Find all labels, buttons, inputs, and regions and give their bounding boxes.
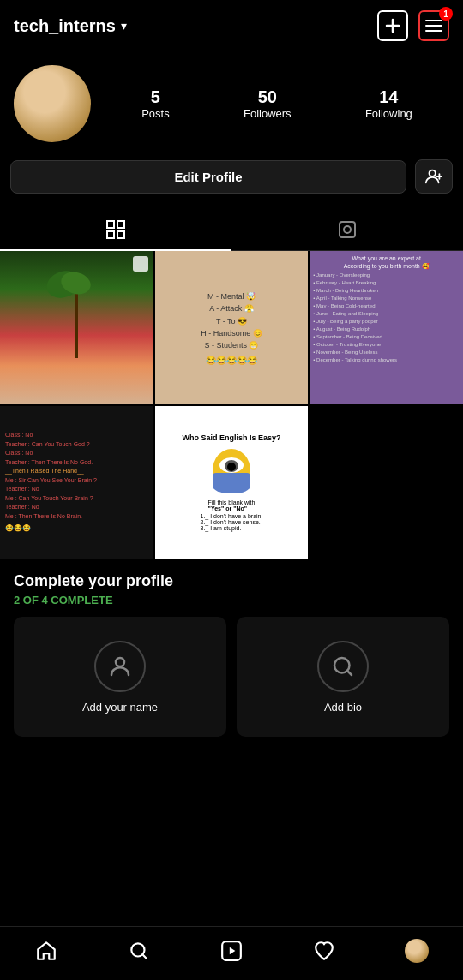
nav-reels[interactable] — [210, 935, 253, 966]
post-4-text: Class : No — [5, 431, 148, 440]
add-person-icon — [424, 167, 443, 186]
edit-row: Edit Profile — [0, 149, 463, 204]
nav-likes[interactable] — [303, 935, 346, 966]
followers-count: 50 — [258, 87, 277, 107]
stats-row: 5 Posts 50 Followers 14 Following — [105, 87, 449, 120]
plus-icon — [385, 18, 400, 33]
bottom-nav — [0, 926, 463, 980]
nav-search[interactable] — [117, 935, 160, 966]
posts-label: Posts — [141, 107, 170, 120]
post-3[interactable]: What you are an expert atAccording to yo… — [310, 251, 463, 404]
reels-icon — [220, 940, 243, 962]
avatar-image — [14, 65, 91, 142]
tabs-row — [0, 209, 463, 251]
nav-profile[interactable] — [395, 935, 438, 966]
posts-stat[interactable]: 5 Posts — [141, 87, 170, 120]
following-stat[interactable]: 14 Following — [365, 87, 412, 120]
followers-label: Followers — [244, 107, 292, 120]
post-2[interactable]: M - Mental 🤯A - Attack 😤T - To 😎H - Hand… — [155, 251, 309, 404]
username: tech_interns — [14, 16, 116, 36]
create-button[interactable] — [377, 10, 408, 41]
post-5[interactable]: Who Said English Is Easy? Fill this blan… — [155, 406, 309, 559]
svg-rect-3 — [107, 231, 114, 238]
tab-tagged[interactable] — [232, 209, 463, 250]
posts-count: 5 — [151, 87, 160, 107]
menu-button[interactable]: 1 — [418, 10, 449, 41]
following-count: 14 — [379, 87, 398, 107]
search-icon — [330, 654, 356, 679]
heart-icon — [313, 940, 335, 962]
grid-icon — [105, 219, 126, 240]
post-5-title: Who Said English Is Easy? — [182, 433, 280, 442]
post-3-list: • January - Oversleeping • February - He… — [313, 272, 460, 364]
post-1[interactable] — [0, 251, 153, 404]
post-2-text: M - Mental 🤯A - Attack 😤T - To 😎H - Hand… — [201, 290, 262, 352]
chevron-down-icon[interactable]: ▾ — [121, 19, 127, 33]
svg-point-7 — [116, 658, 124, 666]
post-2-emojis: 😂😂😂😂😂 — [206, 356, 257, 365]
add-bio-label: Add bio — [324, 701, 362, 714]
post-overlay — [133, 256, 148, 272]
person-icon — [107, 654, 133, 679]
add-bio-icon-circle — [317, 641, 369, 692]
tab-grid[interactable] — [0, 209, 232, 250]
search-nav-icon — [128, 940, 150, 962]
complete-profile-subtitle: 2 OF 4 COMPLETE — [14, 594, 449, 607]
complete-cards: Add your name Add bio — [14, 617, 449, 737]
header: tech_interns ▾ 1 — [0, 0, 463, 51]
following-label: Following — [365, 107, 412, 120]
avatar[interactable] — [14, 65, 91, 142]
svg-point-6 — [344, 226, 351, 233]
svg-rect-2 — [117, 221, 124, 228]
profile-section: 5 Posts 50 Followers 14 Following — [0, 51, 463, 149]
post-4[interactable]: Class : No Teacher : Can You Touch God ?… — [0, 406, 153, 559]
posts-grid: M - Mental 🤯A - Attack 😤T - To 😎H - Hand… — [0, 251, 463, 559]
nav-avatar — [405, 939, 429, 963]
tagged-icon — [337, 219, 358, 240]
menu-badge: 1 — [439, 7, 453, 21]
svg-marker-11 — [230, 947, 236, 955]
nav-home[interactable] — [25, 935, 68, 966]
complete-profile-title: Complete your profile — [14, 572, 449, 590]
add-name-card[interactable]: Add your name — [14, 617, 226, 737]
svg-rect-4 — [117, 231, 124, 238]
post-5-text: Fill this blank with"Yes" or "No" — [208, 499, 256, 511]
complete-profile-section: Complete your profile 2 OF 4 COMPLETE Ad… — [0, 559, 463, 750]
add-name-label: Add your name — [82, 701, 158, 714]
post-3-title: What you are an expert atAccording to yo… — [313, 254, 460, 270]
svg-rect-1 — [107, 221, 114, 228]
post-5-options: 1._ I don't have a brain.2._ I don't hav… — [201, 513, 263, 531]
svg-point-0 — [430, 170, 436, 176]
followers-stat[interactable]: 50 Followers — [244, 87, 292, 120]
add-bio-card[interactable]: Add bio — [237, 617, 449, 737]
home-icon — [35, 940, 57, 962]
header-right: 1 — [377, 10, 449, 41]
add-name-icon-circle — [94, 641, 146, 692]
header-left: tech_interns ▾ — [14, 16, 127, 36]
add-person-button[interactable] — [415, 159, 453, 194]
hamburger-icon — [425, 20, 442, 32]
edit-profile-button[interactable]: Edit Profile — [10, 160, 406, 194]
svg-rect-5 — [340, 222, 355, 237]
